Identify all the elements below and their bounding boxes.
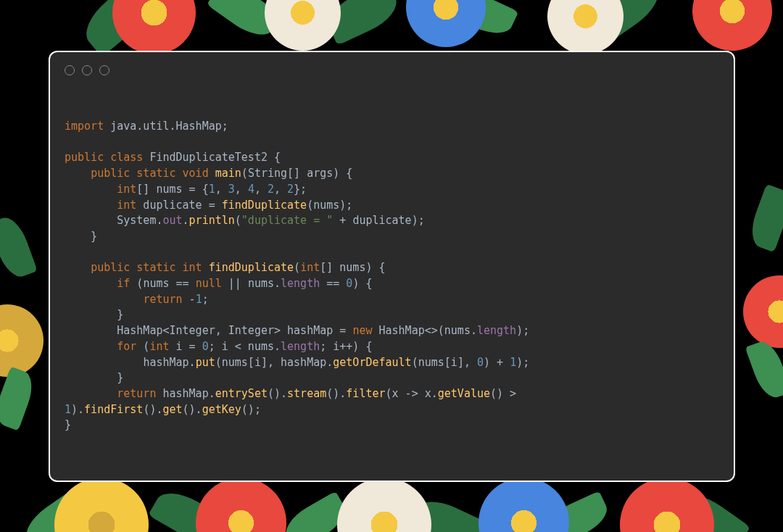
code-editor-window: import java.util.HashMap; public class F…: [49, 51, 735, 482]
window-controls: [65, 65, 719, 75]
maximize-button[interactable]: [99, 65, 109, 75]
code-content[interactable]: import java.util.HashMap; public class F…: [65, 119, 719, 433]
minimize-button[interactable]: [82, 65, 92, 75]
close-button[interactable]: [65, 65, 75, 75]
